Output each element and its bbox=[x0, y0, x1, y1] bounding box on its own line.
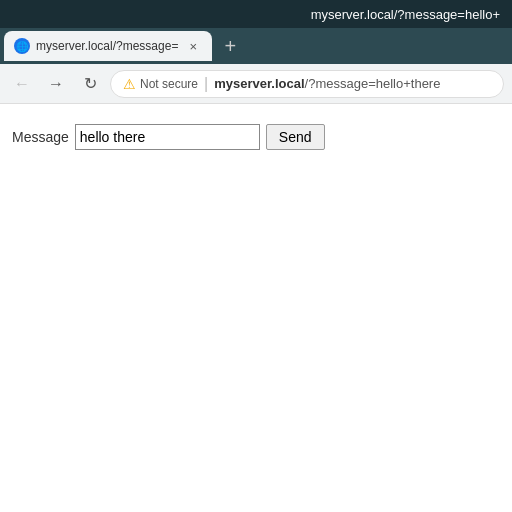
tab-title: myserver.local/?message= bbox=[36, 39, 178, 53]
url-display: myserver.local/?message=hello+there bbox=[214, 76, 440, 91]
url-path: /?message=hello+there bbox=[305, 76, 441, 91]
forward-button[interactable]: → bbox=[42, 70, 70, 98]
url-domain: myserver.local bbox=[214, 76, 304, 91]
security-label: Not secure bbox=[140, 77, 198, 91]
title-bar: myserver.local/?message=hello+ bbox=[0, 0, 512, 28]
tab-favicon-icon: 🌐 bbox=[14, 38, 30, 54]
security-warning: ⚠ Not secure bbox=[123, 76, 198, 92]
tab-close-button[interactable]: × bbox=[184, 37, 202, 55]
new-tab-button[interactable]: + bbox=[216, 32, 244, 60]
browser-tab[interactable]: 🌐 myserver.local/?message= × bbox=[4, 31, 212, 61]
address-input-wrap[interactable]: ⚠ Not secure | myserver.local/?message=h… bbox=[110, 70, 504, 98]
message-label: Message bbox=[12, 129, 69, 145]
page-content: Message Send bbox=[0, 104, 512, 170]
address-bar: ← → ↻ ⚠ Not secure | myserver.local/?mes… bbox=[0, 64, 512, 104]
send-button[interactable]: Send bbox=[266, 124, 325, 150]
message-input[interactable] bbox=[75, 124, 260, 150]
tab-bar: 🌐 myserver.local/?message= × + bbox=[0, 28, 512, 64]
url-separator: | bbox=[204, 75, 208, 93]
message-row: Message Send bbox=[12, 124, 500, 150]
title-bar-text: myserver.local/?message=hello+ bbox=[311, 7, 500, 22]
warning-icon: ⚠ bbox=[123, 76, 136, 92]
back-button[interactable]: ← bbox=[8, 70, 36, 98]
reload-button[interactable]: ↻ bbox=[76, 70, 104, 98]
